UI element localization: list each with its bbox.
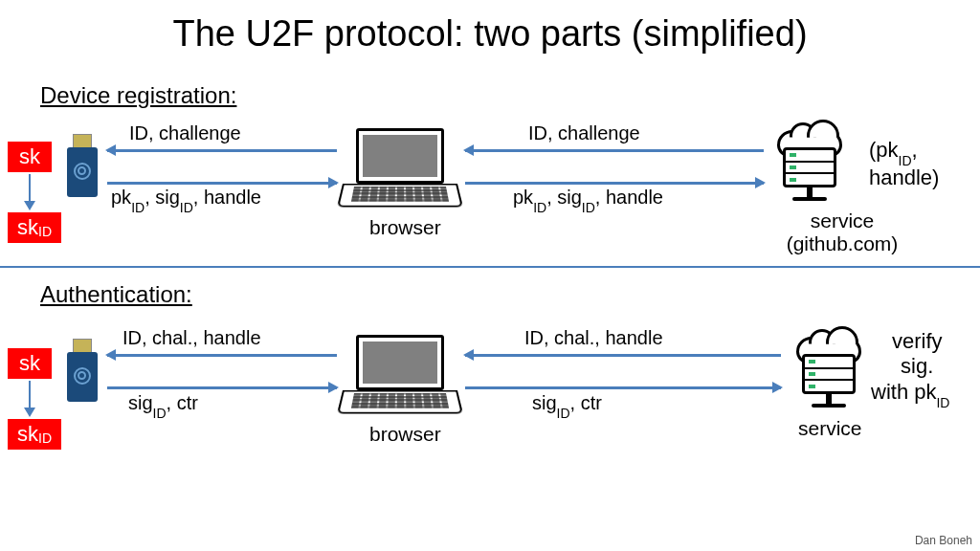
laptop-icon-reg [343,128,457,214]
service-label-auth: service [798,417,862,440]
arrow-sk-to-skid-reg [29,174,31,209]
author-credit: Dan Boneh [915,534,972,547]
a1: sig [128,392,153,413]
arrow-sk-to-skid-auth [29,381,31,415]
arrow-b2s-bot-reg [465,182,764,185]
stores-suffix: , [912,138,918,162]
arrow-b2s-bot-auth [465,386,781,389]
skid-box-auth: skID [8,419,61,450]
section-divider [0,266,980,268]
sk-box-reg: sk [8,142,52,172]
msg-s2b-top-auth: ID, chal., handle [524,327,663,349]
service-label-reg: service (github.com) [775,209,909,255]
skid-text-sub: ID [38,224,52,239]
laptop-icon-auth [343,335,457,421]
sk-box-auth: sk [8,348,52,379]
msg-b2k-top-reg: ID, challenge [129,122,241,144]
msg-k2b-bot-auth: sigID, ctr [128,392,198,417]
server-stores-reg: (pkID, handle) [869,138,939,191]
msg-s2b-top-reg: ID, challenge [528,122,640,144]
service-l1-reg: service [811,209,875,231]
b2: ID [557,406,570,421]
arrow-b2k-top-reg [107,149,337,152]
arrow-k2b-bot-reg [107,182,337,185]
verify-l3-sub: ID [936,395,949,411]
msg-b2s-bot-reg: pkID, sigID, handle [513,187,663,211]
skid-text-prefix: sk [17,215,38,240]
verify-l1: verify [892,329,943,353]
stores-sub: ID [899,153,912,169]
browser-label-reg: browser [369,216,441,239]
m1: pk [111,187,131,208]
n3: , sig [546,187,582,208]
n2: ID [533,200,546,215]
slide-title: The U2F protocol: two parts (simplified) [0,0,980,55]
verify-l3-prefix: with pk [871,380,936,404]
arrow-k2b-bot-auth [107,386,337,389]
msg-b2s-bot-auth: sigID, ctr [532,392,602,417]
b1: sig [532,392,557,413]
arrow-s2b-top-reg [465,149,764,152]
section-authentication-label: Authentication: [40,281,192,308]
a2: ID [153,406,167,421]
skid-text-prefix-auth: sk [17,422,38,447]
server-icon-auth [791,337,867,413]
n1: pk [513,187,533,208]
security-key-icon-reg [67,134,101,201]
m4: ID [180,200,193,215]
msg-b2k-top-auth: ID, chal., handle [122,327,261,349]
browser-label-auth: browser [369,423,441,446]
server-verify-auth: verify sig. with pkID [884,329,949,408]
section-registration-label: Device registration: [40,82,236,109]
msg-k2b-bot-reg: pkID, sigID, handle [111,187,261,211]
n4: ID [582,200,595,215]
n5: , handle [595,187,663,208]
m3: , sig [145,187,180,208]
m5: , handle [193,187,261,208]
skid-box-reg: skID [8,212,61,243]
security-key-icon-auth [67,339,101,406]
stores-prefix: (pk [869,138,899,162]
server-icon-reg [771,130,848,207]
m2: ID [131,200,145,215]
arrow-s2b-top-auth [465,354,781,357]
skid-text-sub-auth: ID [38,430,52,446]
service-l2-reg: (github.com) [787,232,899,254]
arrow-b2k-top-auth [107,354,337,357]
verify-l2: sig. [901,354,933,378]
a3: , ctr [167,392,198,413]
b3: , ctr [570,392,602,413]
